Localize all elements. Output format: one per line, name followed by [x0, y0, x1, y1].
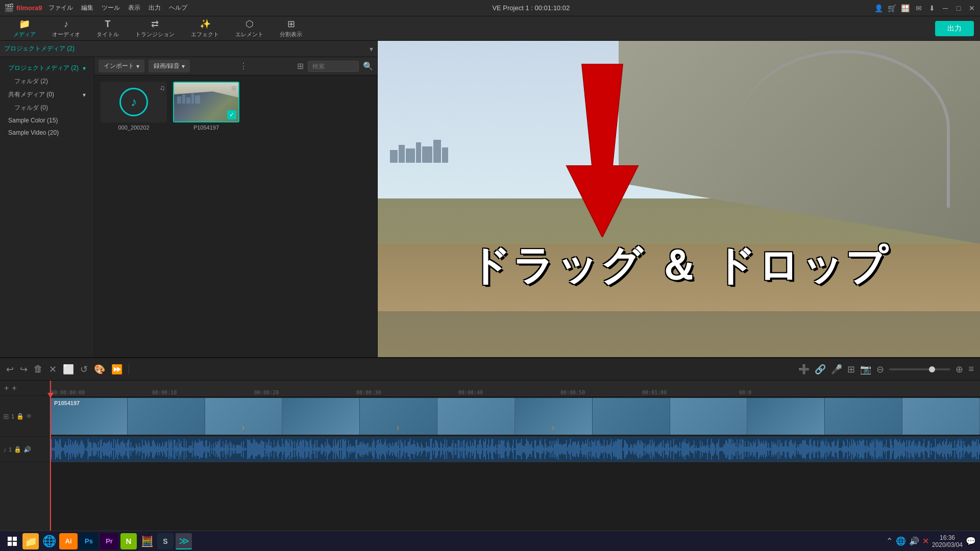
rotate-btn[interactable]: ↺ [80, 364, 88, 375]
menu-output[interactable]: 出力 [149, 4, 161, 12]
sidebar-project-media[interactable]: プロジェクトメディア (2) ▾ [0, 61, 94, 75]
premiere-button[interactable]: Pr [100, 533, 118, 549]
import-button[interactable]: インポート ▾ [99, 60, 144, 72]
audio-lock-icon[interactable]: 🔒 [14, 446, 21, 453]
view-icon[interactable]: ⊞ [297, 61, 304, 71]
redo-btn[interactable]: ↪ [20, 364, 28, 375]
svg-rect-223 [276, 446, 276, 452]
sidebar-sample-color[interactable]: Sample Color (15) [0, 114, 94, 127]
crop-btn[interactable]: ⬜ [63, 364, 74, 375]
tl-track-labels: + + ⊞ 1 🔒 👁 ♪ 1 🔒 🔊 [0, 381, 50, 531]
media-item-video[interactable]: ⊞ ✓ P1054197 [173, 82, 239, 131]
link-icon[interactable]: 🔗 [815, 364, 826, 375]
svg-rect-343 [399, 440, 399, 459]
undo-btn[interactable]: ↩ [6, 364, 14, 375]
close-btn[interactable]: ✕ [968, 4, 976, 12]
tray-volume[interactable]: 🔊 [909, 536, 919, 546]
add-track2-btn[interactable]: + [12, 384, 16, 393]
user-icon[interactable]: 👤 [875, 4, 883, 12]
photoshop-button[interactable]: Ps [80, 533, 98, 549]
search-input[interactable] [308, 61, 359, 72]
system-clock[interactable]: 16:36 2020/03/04 [932, 534, 963, 548]
export-button[interactable]: 出力 [935, 21, 974, 36]
toolbar-transition[interactable]: ⇄ トランジション [128, 16, 182, 40]
maximize-btn[interactable]: □ [954, 4, 963, 12]
color-btn[interactable]: 🎨 [94, 364, 105, 375]
download-icon[interactable]: ⬇ [928, 4, 936, 12]
menu-help[interactable]: ヘルプ [169, 4, 187, 12]
svg-rect-249 [303, 440, 303, 458]
video-clip[interactable]: P1054197 🚶 🚶 🚶 [50, 398, 980, 435]
filmora-button[interactable]: ≫ [176, 533, 192, 549]
svg-rect-460 [518, 444, 519, 455]
svg-rect-338 [394, 446, 394, 453]
record-voice-icon[interactable]: 🎤 [831, 364, 842, 375]
mail-icon[interactable]: ✉ [915, 4, 923, 12]
svg-rect-812 [878, 441, 878, 458]
notification-icon[interactable]: 💬 [966, 536, 976, 546]
window-icon[interactable]: 🪟 [901, 4, 910, 12]
search-icon[interactable]: 🔍 [363, 61, 373, 71]
zoom-slider[interactable] [889, 368, 950, 370]
audio-volume-icon[interactable]: 🔊 [23, 446, 31, 453]
toolbar-split[interactable]: ⊞ 分割表示 [273, 16, 309, 40]
svg-rect-745 [810, 440, 810, 459]
snapshot-icon[interactable]: 📷 [860, 364, 871, 375]
svg-rect-29 [78, 442, 78, 457]
lock-icon[interactable]: 🔒 [16, 413, 24, 420]
menu-edit[interactable]: 編集 [81, 4, 93, 12]
minimize-btn[interactable]: ─ [941, 4, 949, 12]
zoom-out-icon[interactable]: ⊖ [876, 364, 884, 375]
svg-rect-39 [88, 439, 88, 460]
toolbar-media[interactable]: 📁 メディア [6, 16, 43, 40]
toolbar-element[interactable]: ⬡ エレメント [228, 16, 271, 40]
tray-x[interactable]: ✕ [922, 536, 929, 546]
record-button[interactable]: 録画/録音 ▾ [149, 60, 190, 72]
sidebar-folder-2[interactable]: フォルダ (2) [0, 75, 94, 88]
detach-audio-icon[interactable]: ⊞ [847, 364, 855, 375]
steam-button[interactable]: S [157, 533, 174, 549]
toolbar-audio[interactable]: ♪ オーディオ [45, 17, 87, 40]
start-button[interactable] [4, 533, 20, 549]
delete-btn[interactable]: 🗑 [34, 364, 43, 374]
speed-btn[interactable]: ⏩ [111, 364, 122, 375]
svg-rect-491 [550, 441, 550, 458]
sidebar-sample-video[interactable]: Sample Video (20) [0, 127, 94, 139]
menu-view[interactable]: 表示 [128, 4, 140, 12]
svg-rect-98 [148, 440, 149, 458]
svg-rect-872 [939, 442, 940, 457]
nvidia-button[interactable]: N [120, 533, 137, 549]
svg-rect-857 [924, 439, 924, 459]
svg-rect-556 [616, 441, 617, 457]
audio-waveform[interactable] [50, 437, 980, 462]
add-track-btn[interactable]: + [4, 384, 9, 393]
chrome-button[interactable]: 🌐 [41, 533, 57, 549]
illustrator-button[interactable]: Ai [59, 533, 78, 549]
svg-rect-763 [828, 441, 828, 457]
toolbar-effect[interactable]: ✨ エフェクト [184, 16, 226, 40]
tray-up-arrow[interactable]: ⌃ [886, 536, 893, 546]
sidebar-shared-media[interactable]: 共有メディア (0) ▾ [0, 88, 94, 102]
cut-btn[interactable]: ✕ [49, 364, 57, 375]
toolbar-title[interactable]: T タイトル [89, 17, 126, 40]
svg-rect-412 [469, 447, 470, 452]
timeline-settings-icon[interactable]: ≡ [968, 364, 974, 374]
tray-network[interactable]: 🌐 [896, 536, 906, 546]
media-item-audio[interactable]: ♪ ♫ 000_200202 [101, 82, 167, 131]
add-track-icon[interactable]: ➕ [798, 364, 810, 375]
explorer-button[interactable]: 📁 [22, 533, 39, 549]
svg-rect-201 [253, 439, 254, 459]
svg-rect-381 [437, 443, 438, 456]
add-track-row: + + [0, 381, 50, 396]
filter-icon[interactable]: ⋮ [239, 61, 248, 71]
svg-rect-499 [558, 439, 558, 460]
cart-icon[interactable]: 🛒 [888, 4, 896, 12]
zoom-in-icon[interactable]: ⊕ [955, 364, 963, 375]
expand-icon[interactable]: ▾ [370, 45, 373, 53]
eye-icon[interactable]: 👁 [26, 413, 32, 420]
calculator-button[interactable]: 🧮 [139, 533, 155, 549]
svg-rect-549 [609, 445, 609, 454]
menu-file[interactable]: ファイル [48, 4, 73, 12]
menu-tools[interactable]: ツール [102, 4, 120, 12]
sidebar-folder-0[interactable]: フォルダ (0) [0, 102, 94, 114]
